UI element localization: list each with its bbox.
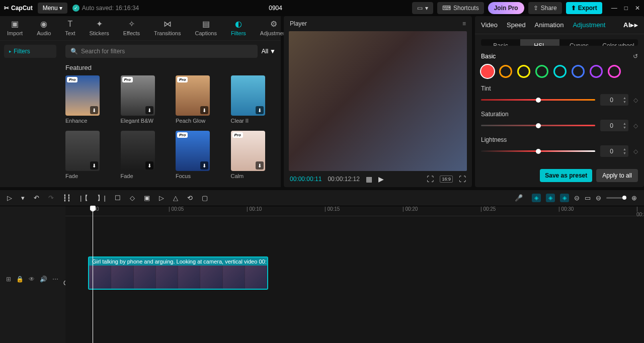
link-tool[interactable]: ⊝ xyxy=(574,194,580,202)
filter-card[interactable]: ⬇ Clear II xyxy=(231,75,276,124)
reset-icon[interactable]: ↺ xyxy=(633,53,638,60)
filter-thumb[interactable]: ⬇ xyxy=(65,131,100,171)
fullscreen-icon[interactable]: ⛶ xyxy=(459,175,466,183)
slider-thumb[interactable] xyxy=(536,98,541,103)
rp-tab-video[interactable]: Video xyxy=(481,21,498,29)
tab-text[interactable]: TText xyxy=(65,20,75,36)
tab-effects[interactable]: ✧Effects xyxy=(123,19,140,36)
track-lock-icon[interactable]: 🔒 xyxy=(16,276,24,283)
download-icon[interactable]: ⬇ xyxy=(145,161,153,169)
rp-tab-ai[interactable]: AI▸▸ xyxy=(623,21,638,29)
mirror-tool[interactable]: △ xyxy=(173,194,178,202)
stepper-icon[interactable]: ▲▼ xyxy=(623,122,628,129)
aspect-ratio-badge[interactable]: 16:9 xyxy=(440,176,453,183)
join-pro-button[interactable]: Join Pro xyxy=(488,2,524,14)
zoom-slider[interactable] xyxy=(606,197,626,199)
download-icon[interactable]: ⬇ xyxy=(145,106,153,114)
search-input[interactable]: 🔍 Search for filters xyxy=(65,45,258,58)
filter-card[interactable]: Pro ⬇ Focus xyxy=(176,131,221,179)
filter-card[interactable]: ⬇ Fade xyxy=(65,131,111,179)
tab-import[interactable]: ▣Import xyxy=(7,19,23,36)
mic-button[interactable]: 🎤 xyxy=(515,194,523,202)
filter-thumb[interactable]: ⬇ xyxy=(231,75,265,116)
filter-thumb[interactable]: ⬇ xyxy=(121,131,155,171)
filter-card[interactable]: Pro ⬇ Enhance xyxy=(65,75,111,124)
tab-stickers[interactable]: ✦Stickers xyxy=(90,19,109,36)
minimize-button[interactable]: — xyxy=(611,5,617,12)
track-mute-icon[interactable]: 🔊 xyxy=(40,276,47,283)
subtab-basic[interactable]: Basic xyxy=(481,39,520,46)
track-visible-icon[interactable]: 👁 xyxy=(29,276,35,283)
shortcuts-button[interactable]: ⌨ Shortcuts xyxy=(437,2,484,14)
tint-slider[interactable] xyxy=(481,99,595,101)
rp-tab-adjustment[interactable]: Adjustment xyxy=(573,21,605,29)
color-blue[interactable] xyxy=(572,65,585,78)
video-preview[interactable] xyxy=(289,31,467,171)
duplicate-tool[interactable]: ▣ xyxy=(144,194,150,202)
tab-transitions[interactable]: ⋈Transitions xyxy=(154,19,181,36)
filter-thumb[interactable]: Pro ⬇ xyxy=(121,75,155,116)
download-icon[interactable]: ⬇ xyxy=(90,106,98,114)
download-icon[interactable]: ⬇ xyxy=(200,106,208,114)
crop-icon[interactable]: ⛶ xyxy=(427,175,434,183)
trim-left-tool[interactable]: |【 xyxy=(80,194,88,203)
slider-thumb[interactable] xyxy=(536,123,541,128)
timeline-ruler[interactable]: | 00| 00:05| 00:10| 00:15| 00:20| 00:25|… xyxy=(65,206,644,216)
subtab-curves[interactable]: Curves xyxy=(559,39,599,46)
download-icon[interactable]: ⬇ xyxy=(256,106,264,114)
redo-button[interactable]: ↷ xyxy=(48,194,54,202)
keyframe-icon[interactable]: ◇ xyxy=(633,148,638,155)
color-red[interactable] xyxy=(481,65,494,78)
grid-view-icon[interactable]: ▦ xyxy=(366,175,372,183)
filter-thumb[interactable]: Pro ⬇ xyxy=(65,75,100,116)
share-button[interactable]: ⇪ Share xyxy=(528,2,562,14)
sidebar-item-filters[interactable]: Filters xyxy=(4,45,56,58)
color-cyan[interactable] xyxy=(553,65,567,78)
play-range-tool[interactable]: ▷ xyxy=(159,194,164,202)
playhead[interactable] xyxy=(93,206,93,343)
download-icon[interactable]: ⬇ xyxy=(200,161,208,169)
color-green[interactable] xyxy=(535,65,548,78)
menu-button[interactable]: Menu ▾ xyxy=(38,3,67,14)
close-button[interactable]: ✕ xyxy=(635,5,640,12)
download-icon[interactable]: ⬇ xyxy=(90,161,98,169)
maximize-button[interactable]: □ xyxy=(624,5,628,12)
magnet-2[interactable]: ◈ xyxy=(546,194,555,202)
subtab-hsl[interactable]: HSL xyxy=(520,39,559,46)
track-add-icon[interactable]: ⊞ xyxy=(6,276,11,283)
reverse-tool[interactable]: ⟲ xyxy=(187,194,193,202)
keyframe-icon[interactable]: ◇ xyxy=(633,97,638,104)
zoom-in-button[interactable]: ⊕ xyxy=(631,194,637,202)
tab-captions[interactable]: ▤Captions xyxy=(195,19,216,36)
tab-filters[interactable]: ◐Filters xyxy=(231,19,246,36)
slider-thumb[interactable] xyxy=(536,149,541,154)
selection-dropdown[interactable]: ▾ xyxy=(21,194,25,202)
subtab-color-wheel[interactable]: Color wheel xyxy=(599,39,638,46)
filter-all-button[interactable]: All ▼ xyxy=(262,48,276,55)
selection-tool[interactable]: ▷ xyxy=(7,194,12,202)
zoom-thumb[interactable] xyxy=(622,196,626,200)
filter-thumb[interactable]: Pro ⬇ xyxy=(176,75,210,116)
video-clip[interactable]: Girl talking by phone and arguing. Looki… xyxy=(88,256,268,290)
player-menu-icon[interactable]: ≡ xyxy=(462,20,466,27)
tint-value-input[interactable]: 0▲▼ xyxy=(600,94,628,106)
trim-right-tool[interactable]: 】| xyxy=(97,194,105,203)
color-orange[interactable] xyxy=(499,65,512,78)
saturation-value-input[interactable]: 0▲▼ xyxy=(600,120,628,131)
magnet-3[interactable]: ◈ xyxy=(560,194,569,202)
save-preset-button[interactable]: Save as preset xyxy=(540,169,592,182)
rp-tab-animation[interactable]: Animation xyxy=(535,21,564,29)
apply-all-button[interactable]: Apply to all xyxy=(596,169,638,182)
export-button[interactable]: ⬆ Export xyxy=(566,2,602,14)
track-more-icon[interactable]: ⋯ xyxy=(52,276,58,283)
zoom-out-button[interactable]: ⊖ xyxy=(596,194,601,202)
crop-frame-tool[interactable]: ▢ xyxy=(202,194,208,202)
filter-card[interactable]: Pro ⬇ Calm xyxy=(231,131,276,179)
color-magenta[interactable] xyxy=(608,65,621,78)
crop-tool[interactable]: ☐ xyxy=(115,194,121,202)
filter-thumb[interactable]: Pro ⬇ xyxy=(176,131,210,171)
aspect-ratio-button[interactable]: ▭ ▾ xyxy=(412,2,433,14)
lightness-slider[interactable] xyxy=(481,150,595,152)
stepper-icon[interactable]: ▲▼ xyxy=(623,96,628,104)
play-button[interactable]: ▶ xyxy=(378,175,384,183)
